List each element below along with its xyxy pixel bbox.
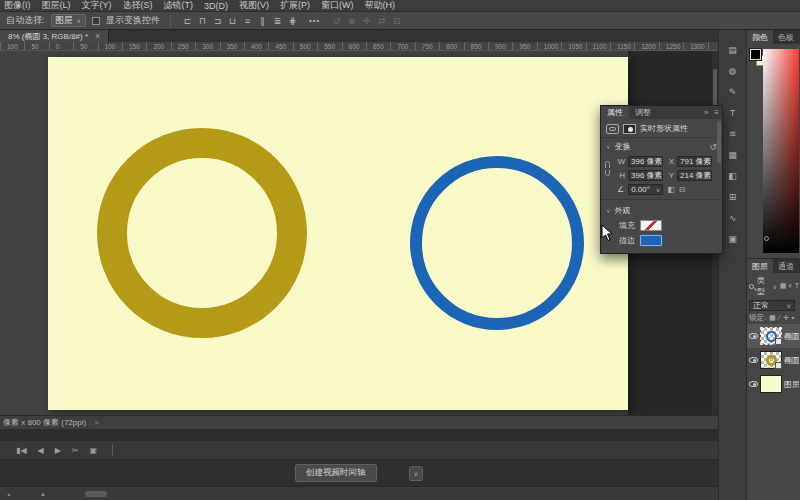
tab-swatches[interactable]: 色板 [773,30,799,44]
play-icon[interactable]: ▶ [55,446,61,455]
ellipse-2-yellow-ring[interactable] [112,143,292,323]
menu-item[interactable]: 扩展(P) [280,0,310,12]
layer-thumbnail[interactable] [761,328,781,344]
lock-icon[interactable]: ✛ [783,314,789,322]
timeline-mode-dropdown[interactable]: ∨ [409,466,423,481]
transform-section-header[interactable]: ∨ 变换 ↺ [601,138,722,154]
close-icon[interactable]: × [95,31,100,41]
timeline-zoom-out-icon[interactable]: ▲ [7,492,12,497]
3d-scale-icon[interactable]: ⊡ [390,16,403,26]
more-options-icon[interactable]: ••• [309,16,320,25]
mask-properties-icon[interactable] [623,124,636,134]
rotation-field[interactable]: 0.00° ∨ [628,184,663,195]
visibility-eye-icon[interactable] [749,333,758,339]
layer-thumbnail[interactable] [761,352,781,368]
3d-slide-icon[interactable]: ⇄ [375,16,388,26]
collapsed-panel-icon-9[interactable]: ∿ [729,214,737,223]
menu-item[interactable]: 滤镜(T) [164,0,194,12]
layer-row[interactable]: 椭圆 3 [747,324,800,348]
menu-item[interactable]: 图层(L) [42,0,71,12]
show-transform-controls-checkbox[interactable] [92,17,100,25]
blend-mode-dropdown[interactable]: 正常 ∨ [749,300,795,311]
collapsed-panel-icon-3[interactable]: ✎ [729,88,737,97]
layer-thumbnail[interactable] [761,376,781,392]
distribute-vertical-icon[interactable]: ≡ [241,16,254,26]
visibility-eye-icon[interactable] [749,357,758,363]
layer-row[interactable]: 图层 1 [747,372,800,396]
go-to-first-frame-icon[interactable]: ▮◀ [16,446,27,455]
shape-properties-icon[interactable] [606,124,619,134]
y-field[interactable]: 214 像素 [677,170,712,181]
panel-scrollbar-thumb[interactable] [717,121,721,163]
ellipse-3-blue-ring[interactable] [416,162,578,324]
lock-icon[interactable]: ▪ [792,314,794,322]
collapsed-panel-icon-4[interactable]: T [730,109,736,118]
document-tab[interactable]: 8% (椭圆 3, RGB/8#) * × [0,30,109,42]
lock-icon[interactable]: ▦ [769,314,776,322]
3d-pan-icon[interactable]: ✛ [360,16,373,26]
collapsed-panel-icon-7[interactable]: ◧ [728,172,737,181]
fill-swatch-none[interactable] [640,220,662,231]
menu-item[interactable]: 文字(Y) [82,0,112,12]
menu-item[interactable]: 帮助(H) [365,0,396,12]
auto-select-dropdown[interactable]: 图层 ∨ [51,14,86,27]
menu-item[interactable]: 视图(V) [239,0,269,12]
previous-frame-icon[interactable]: ◀ [38,446,44,455]
menu-item[interactable]: 3D(D) [204,1,228,11]
color-picker-gradient[interactable] [763,49,799,253]
layer-filter-icon[interactable]: ◐ [788,282,792,290]
appearance-section-header[interactable]: ∨ 外观 [601,202,722,218]
visibility-eye-icon[interactable] [749,381,758,387]
collapsed-panel-icon-2[interactable]: ◍ [729,67,737,76]
tab-channels[interactable]: 通道 [773,259,799,273]
create-video-timeline-button[interactable]: 创建视频时间轴 [295,464,377,482]
document-canvas[interactable] [48,57,628,410]
align-bottom-edges-icon[interactable]: ⊔ [226,16,239,26]
collapsed-panel-icon-1[interactable]: ▤ [728,46,737,55]
align-horizontal-centers-icon[interactable]: ⊓ [196,16,209,26]
width-field[interactable]: 396 像素 [628,156,663,167]
color-picker-marker[interactable] [764,236,769,241]
tab-color[interactable]: 颜色 [747,30,773,44]
stroke-swatch[interactable] [640,235,662,246]
3d-rotate-icon[interactable]: ↺ [330,16,343,26]
timeline-zoom-in-icon[interactable]: ▲ [40,491,46,497]
align-left-edges-icon[interactable]: ⊏ [181,16,194,26]
x-field[interactable]: 791 像素 [677,156,712,167]
flip-horizontal-icon[interactable]: ◧ [667,185,675,194]
collapsed-panel-icon-5[interactable]: ≋ [729,130,737,139]
collapsed-panel-icon-10[interactable]: ▣ [728,235,737,244]
collapsed-panel-icon-6[interactable]: ▦ [728,151,737,160]
flip-vertical-icon[interactable]: ⊟ [679,185,686,194]
timeline-horizontal-scrollbar-thumb[interactable] [85,491,107,497]
layer-name[interactable]: 图层 1 [784,379,799,390]
panel-menu-icon[interactable]: ≡ [711,108,722,117]
layer-name[interactable]: 椭圆 3 [784,331,799,342]
tab-layers[interactable]: 图层 [747,259,773,273]
camera-icon[interactable]: ▣ [90,446,98,455]
distribute-heights-icon[interactable]: ≣ [271,16,284,26]
layer-name[interactable]: 椭圆 2 [784,355,799,366]
link-dimensions-icon[interactable] [605,161,610,176]
layer-filter-icon[interactable]: T [795,282,799,290]
layer-row[interactable]: 椭圆 2 [747,348,800,372]
align-right-edges-icon[interactable]: ⊐ [211,16,224,26]
distribute-horizontal-icon[interactable]: ∥ [256,16,269,26]
status-chevron-icon[interactable]: > [94,418,99,427]
split-clip-icon[interactable]: ✂ [72,446,79,455]
menu-item[interactable]: 窗口(W) [321,0,354,12]
collapse-to-icons-icon[interactable]: » [701,108,711,117]
filter-kind-label[interactable]: 类型 [757,275,769,297]
distribute-widths-icon[interactable]: ⋕ [286,16,299,26]
lock-icon[interactable]: ∕ [779,314,780,322]
collapsed-panel-icon-8[interactable]: ⊞ [729,193,737,202]
menu-item[interactable]: 图像(I) [4,0,31,12]
menu-item[interactable]: 选择(S) [123,0,153,12]
tab-adjustments[interactable]: 调整 [629,106,657,119]
layer-filter-icon[interactable]: ▦ [780,282,787,290]
foreground-color-swatch[interactable] [750,49,761,60]
reset-icon[interactable]: ↺ [709,142,717,152]
tab-properties[interactable]: 属性 [601,106,629,119]
height-field[interactable]: 396 像素 [628,170,663,181]
3d-roll-icon[interactable]: ⊕ [345,16,358,26]
